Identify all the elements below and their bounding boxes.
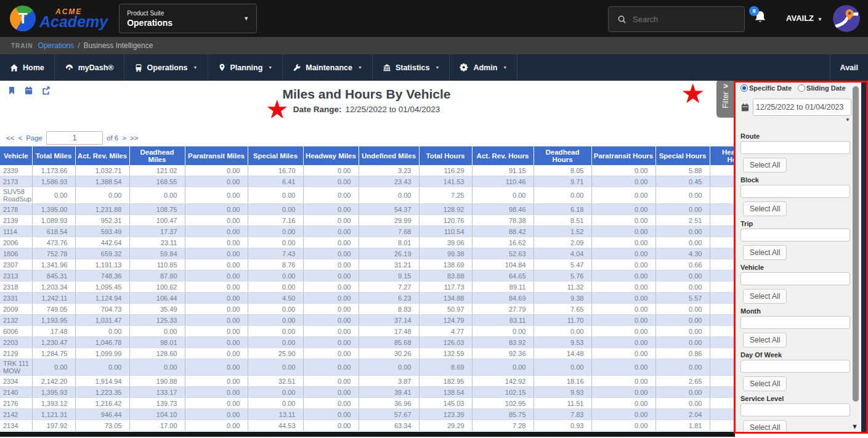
service-level-input[interactable]: [740, 404, 850, 416]
date-range-input[interactable]: [753, 99, 851, 116]
vehicle-input[interactable]: [740, 272, 850, 285]
column-header: Special Miles: [248, 147, 303, 166]
value-cell: 99.38: [419, 248, 472, 259]
day-of-week-input[interactable]: [740, 360, 850, 373]
value-cell: 0.00: [303, 237, 359, 248]
filter-collapse-tab[interactable]: > Filter: [716, 79, 735, 118]
table-row: 600617.480.000.000.000.000.0017.484.770.…: [0, 326, 735, 337]
value-cell: 8.01: [359, 237, 419, 248]
prev-page-button[interactable]: <: [18, 134, 22, 142]
value-cell: 946.44: [75, 409, 129, 420]
acme-academy-logo[interactable]: T ACME Academy: [10, 6, 108, 31]
search-input[interactable]: [631, 14, 726, 25]
product-suite-dropdown[interactable]: Product Suite Operations ▼: [119, 4, 257, 33]
value-cell: 0.00: [185, 215, 248, 226]
table-row: 1806752.78659.3259.840.007.430.0026.1999…: [0, 248, 735, 259]
value-cell: 0.00: [591, 348, 655, 359]
value-cell: 0.00: [303, 259, 359, 270]
vehicle-cell: 2142: [0, 409, 32, 420]
value-cell: 104.84: [472, 259, 533, 270]
value-cell: 26.19: [359, 248, 419, 259]
table-row: 21731,586.931,388.54168.550.006.410.0023…: [0, 176, 735, 187]
value-cell: 83.88: [419, 270, 472, 282]
value-cell: 0.00: [303, 420, 359, 431]
nav-item-mydash[interactable]: myDash®: [55, 54, 124, 81]
service-level-select-all-button[interactable]: Select All: [743, 420, 787, 433]
day-of-week-select-all-button[interactable]: Select All: [743, 376, 787, 391]
nav-item-maintenance[interactable]: Maintenance ▼: [283, 54, 373, 81]
value-cell: 16.62: [472, 237, 533, 248]
notifications-button[interactable]: 9: [753, 10, 771, 28]
nav-item-admin[interactable]: Admin ▼: [450, 54, 517, 81]
value-cell: 618.54: [32, 226, 75, 237]
value-cell: 1,230.47: [32, 337, 75, 348]
nav-item-planning[interactable]: Planning ▼: [208, 54, 283, 81]
page-number-input[interactable]: [46, 131, 103, 145]
user-menu[interactable]: AVAILZ▼: [786, 14, 822, 23]
nav-item-statistics[interactable]: Statistics ▼: [373, 54, 450, 81]
nav-item-operations[interactable]: Operations ▼: [124, 54, 208, 81]
value-cell: [710, 165, 735, 176]
nav-item-avail[interactable]: Avail: [830, 54, 868, 81]
value-cell: [710, 187, 735, 204]
value-cell: 1,586.93: [32, 176, 75, 187]
first-page-button[interactable]: <<: [6, 134, 14, 142]
value-cell: 0.00: [591, 204, 655, 215]
sliding-date-radio[interactable]: [798, 84, 805, 92]
value-cell: 54.37: [359, 204, 419, 215]
value-cell: 1,388.54: [75, 176, 129, 187]
scroll-down-arrow-icon[interactable]: ▼: [851, 423, 858, 430]
month-input[interactable]: [740, 316, 850, 329]
filter-panel-scrollbar[interactable]: [853, 86, 859, 402]
vehicle-select-all-button[interactable]: Select All: [743, 289, 787, 304]
value-cell: 0.00: [591, 187, 655, 204]
avatar[interactable]: [833, 5, 860, 32]
value-cell: 659.32: [75, 248, 129, 259]
value-cell: 91.15: [472, 165, 533, 176]
filter-section-block: BlockSelect All: [740, 176, 861, 217]
value-cell: 0.45: [655, 176, 710, 187]
breadcrumb-link-operations[interactable]: Operations: [38, 41, 75, 50]
horizontal-scrollbar[interactable]: [0, 432, 735, 437]
month-select-all-button[interactable]: Select All: [743, 333, 787, 347]
value-cell: 748.36: [75, 270, 129, 282]
value-cell: 17.48: [359, 326, 419, 337]
value-cell: 85.75: [472, 409, 533, 420]
last-page-button[interactable]: >>: [130, 134, 138, 142]
value-cell: 0.00: [655, 237, 710, 248]
value-cell: 73.05: [75, 420, 129, 431]
route-input[interactable]: [740, 141, 850, 154]
home-icon: [10, 63, 18, 72]
filter-sections: RouteSelect AllBlockSelect AllTripSelect…: [740, 132, 861, 433]
table-row: 1114618.54593.4917.370.000.000.007.68110…: [0, 226, 735, 237]
block-select-all-button[interactable]: Select All: [743, 201, 787, 216]
filter-section-route: RouteSelect All: [740, 132, 861, 173]
specific-date-radio[interactable]: [740, 84, 748, 92]
date-range-value: 12/25/2022 to 01/04/2023: [345, 105, 440, 114]
value-cell: 0.00: [591, 226, 655, 237]
trip-select-all-button[interactable]: Select All: [743, 245, 787, 260]
chevron-down-icon: ▼: [358, 65, 362, 70]
value-cell: 0.00: [655, 204, 710, 215]
value-cell: 442.64: [75, 237, 129, 248]
value-cell: 0.00: [359, 359, 419, 376]
screen: T ACME Academy Product Suite Operations …: [0, 0, 868, 438]
block-input[interactable]: [740, 185, 850, 198]
value-cell: 1,393.12: [32, 398, 75, 409]
route-select-all-button[interactable]: Select All: [743, 158, 787, 172]
date-range-line: Date Range:12/25/2022 to 01/04/2023: [0, 105, 733, 114]
value-cell: 0.00: [655, 226, 710, 237]
value-cell: 4.50: [248, 293, 303, 304]
value-cell: 0.00: [303, 304, 359, 315]
specific-date-label: Specific Date: [749, 84, 792, 92]
date-dropdown-caret-icon[interactable]: ▼: [740, 117, 850, 123]
value-cell: 2.04: [655, 409, 710, 420]
next-page-button[interactable]: >: [122, 134, 126, 142]
table-row: 23311,242.111,124.94106.440.004.500.006.…: [0, 293, 735, 304]
value-cell: 0.00: [591, 270, 655, 282]
value-cell: 1,193.95: [32, 315, 75, 326]
trip-input[interactable]: [740, 229, 850, 241]
value-cell: 0.00: [185, 226, 248, 237]
nav-item-home[interactable]: Home: [0, 54, 55, 81]
value-cell: 1,231.88: [75, 204, 129, 215]
